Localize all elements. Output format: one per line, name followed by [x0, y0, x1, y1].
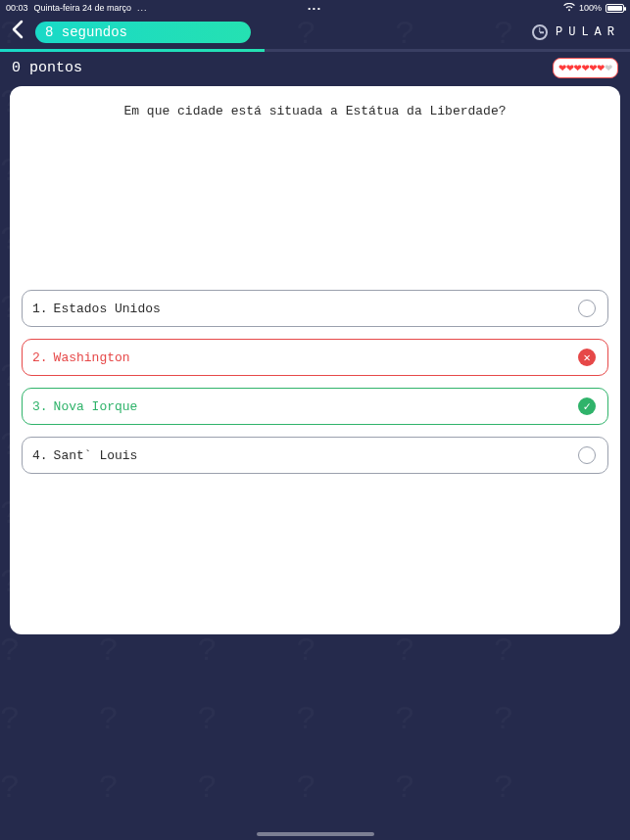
heart-icon: ❤ [590, 62, 598, 74]
answers-list: 1.Estados Unidos2.Washington✕3.Nova Iorq… [22, 290, 608, 474]
answer-option-3[interactable]: 3.Nova Iorque✓ [22, 388, 608, 425]
heart-icon: ❤ [605, 62, 612, 74]
battery-pct: 100% [579, 3, 602, 13]
status-bar: 00:03 Quinta-feira 24 de março ... ••• 1… [0, 0, 630, 16]
answer-option-4[interactable]: 4.Sant` Louis [22, 437, 608, 474]
answer-label: Estados Unidos [54, 302, 161, 316]
back-button[interactable] [10, 20, 24, 45]
timer-label: 8 segundos [45, 24, 127, 40]
status-date: Quinta-feira 24 de março [34, 3, 132, 13]
score-text: 0 pontos [12, 60, 82, 76]
answer-number: 2. [32, 350, 48, 365]
heart-icon: ❤ [574, 62, 582, 74]
answer-option-2[interactable]: 2.Washington✕ [22, 339, 608, 376]
battery-icon [606, 4, 624, 13]
skip-button[interactable]: PULAR [532, 24, 620, 40]
check-icon: ✓ [578, 397, 596, 415]
timer-pill: 8 segundos [35, 22, 251, 43]
radio-circle-icon [578, 300, 596, 317]
answer-number: 3. [32, 399, 48, 414]
heart-icon: ❤ [558, 62, 566, 74]
status-ellipsis: ... [137, 3, 148, 13]
heart-icon: ❤ [597, 62, 605, 74]
question-text: Em que cidade está situada a Estátua da … [22, 104, 608, 118]
answer-number: 4. [32, 448, 48, 463]
cross-icon: ✕ [578, 349, 596, 366]
answer-label: Nova Iorque [54, 399, 138, 414]
wifi-icon [563, 3, 575, 14]
heart-icon: ❤ [566, 62, 574, 74]
question-card: Em que cidade está situada a Estátua da … [10, 86, 620, 634]
radio-circle-icon [578, 446, 596, 464]
top-bar: 8 segundos PULAR [0, 16, 630, 49]
answer-number: 1. [32, 302, 48, 316]
heart-icon: ❤ [582, 62, 590, 74]
hearts-container: ❤❤❤❤❤❤❤ [553, 58, 618, 78]
score-bar: 0 pontos ❤❤❤❤❤❤❤ [0, 52, 630, 82]
status-time: 00:03 [6, 3, 28, 13]
answer-option-1[interactable]: 1.Estados Unidos [22, 290, 608, 327]
clock-icon [532, 24, 548, 40]
multitask-dots-icon: ••• [308, 4, 321, 13]
home-indicator [257, 832, 374, 836]
answer-label: Washington [54, 350, 130, 365]
skip-label: PULAR [556, 25, 620, 39]
answer-label: Sant` Louis [54, 448, 138, 463]
